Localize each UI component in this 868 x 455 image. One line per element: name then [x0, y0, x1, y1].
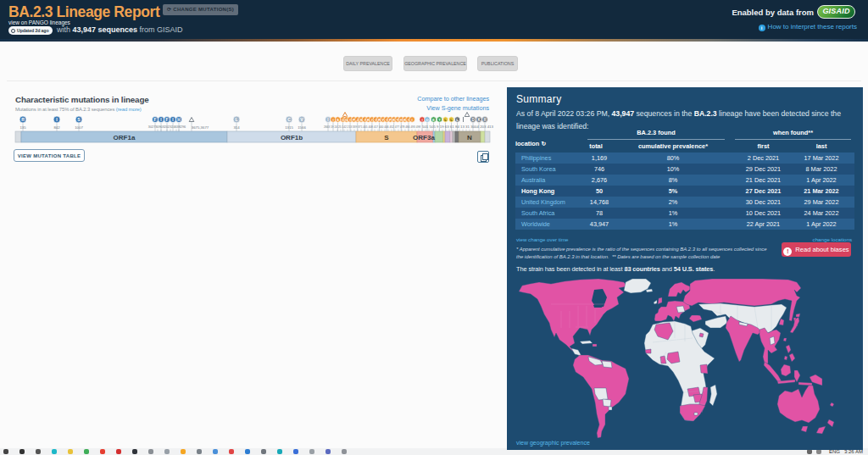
svg-text:I: I [376, 118, 376, 122]
svg-text:I: I [364, 118, 365, 122]
svg-text:H: H [177, 118, 181, 122]
svg-text:302730903202324638296: 302730903202324638296 [148, 125, 186, 129]
svg-text:S: S [337, 118, 339, 122]
svg-text:F: F [166, 118, 169, 122]
svg-text:C: C [287, 117, 291, 122]
svg-text:V: V [300, 117, 303, 122]
svg-text:I: I [386, 118, 387, 122]
svg-text:I: I [412, 118, 413, 122]
svg-text:L: L [444, 118, 447, 122]
svg-text:R: R [21, 117, 25, 122]
svg-text:1007: 1007 [75, 125, 83, 130]
svg-text:I: I [332, 118, 333, 122]
svg-text:L: L [456, 118, 459, 122]
svg-text:ORF1b: ORF1b [281, 134, 303, 141]
svg-text:I: I [408, 118, 409, 122]
svg-text:S: S [384, 134, 389, 141]
svg-text:ORF3a: ORF3a [413, 134, 435, 141]
svg-text:501 505 9 19 63 61 84 13 31 30: 501 505 9 19 63 61 84 13 31 3004 203 413 [422, 125, 494, 129]
svg-text:E: E [432, 118, 435, 122]
svg-text:N: N [467, 134, 472, 141]
svg-text:1315: 1315 [285, 125, 293, 130]
svg-text:F: F [154, 118, 157, 122]
svg-text:1566: 1566 [298, 125, 306, 130]
svg-text:842: 842 [53, 125, 60, 130]
svg-text:I: I [371, 118, 372, 122]
svg-text:2663 19 24 25 142 213 339 371: 2663 19 24 25 142 213 339 371 405 408 41… [324, 125, 421, 129]
svg-text:I: I [421, 118, 422, 122]
svg-text:ORF1a: ORF1a [114, 134, 136, 141]
svg-text:D: D [426, 118, 428, 122]
svg-text:I: I [327, 118, 328, 122]
svg-text:L: L [450, 118, 453, 122]
svg-text:I: I [349, 118, 350, 122]
svg-text:S: S [77, 117, 81, 122]
svg-text:314: 314 [233, 125, 240, 130]
svg-text:135: 135 [19, 125, 26, 130]
svg-text:3675,3677: 3675,3677 [192, 125, 209, 130]
svg-text:T: T [438, 118, 441, 122]
